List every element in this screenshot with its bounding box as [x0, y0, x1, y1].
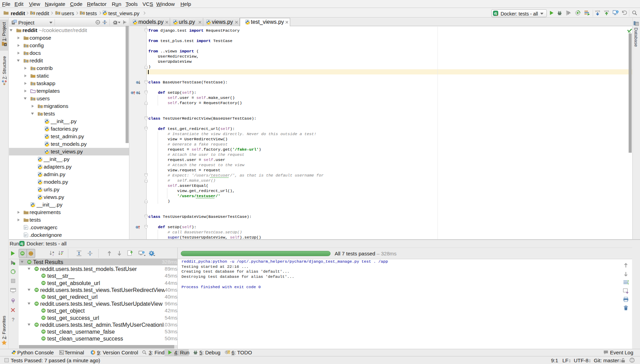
svg-text:z: z [52, 253, 54, 256]
svg-text:?: ? [12, 317, 15, 322]
svg-text:VCS: VCS [595, 10, 600, 12]
